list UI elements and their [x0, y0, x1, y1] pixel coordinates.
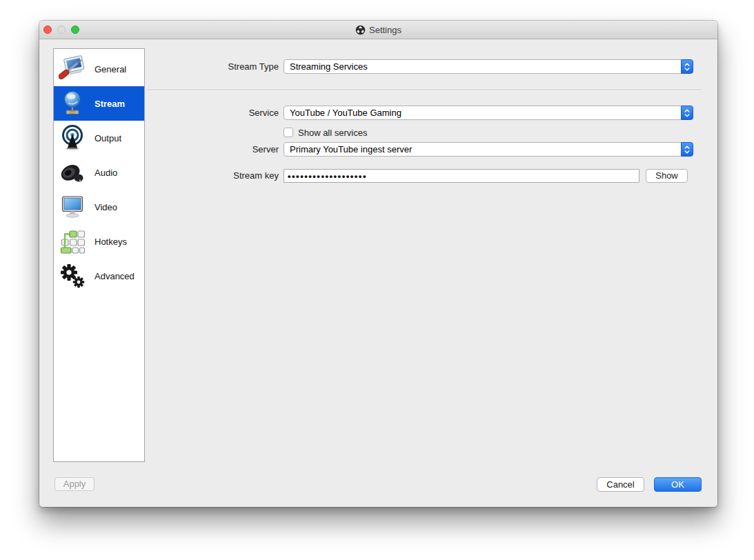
sidebar-item-label: Output [95, 133, 121, 143]
stream-key-input[interactable] [284, 169, 639, 183]
sidebar-item-label: Stream [95, 99, 125, 109]
window-title: Settings [369, 25, 401, 35]
service-value: YouTube / YouTube Gaming [290, 108, 401, 118]
show-all-services-label: Show all services [298, 128, 367, 138]
video-icon [59, 193, 86, 221]
stream-icon [59, 90, 86, 117]
dropdown-stepper-icon [681, 142, 693, 157]
server-dropdown[interactable]: Primary YouTube ingest server [284, 142, 693, 157]
sidebar-item-video[interactable]: Video [54, 190, 144, 224]
stream-type-value: Streaming Services [290, 61, 368, 72]
hotkeys-icon [59, 228, 86, 255]
section-divider [147, 90, 702, 91]
sidebar-item-advanced[interactable]: Advanced [54, 259, 144, 293]
sidebar-item-label: Audio [95, 168, 117, 178]
sidebar-item-label: Hotkeys [95, 237, 127, 247]
sidebar-item-hotkeys[interactable]: Hotkeys [54, 224, 144, 259]
general-icon [59, 55, 86, 83]
apply-button[interactable]: Apply [54, 477, 95, 491]
show-all-services-checkbox[interactable] [284, 128, 293, 137]
cancel-button[interactable]: Cancel [597, 477, 644, 492]
sidebar-item-audio[interactable]: Audio [54, 155, 144, 190]
sidebar-item-general[interactable]: General [54, 52, 144, 86]
dropdown-stepper-icon [681, 59, 693, 74]
sidebar-item-label: General [95, 64, 126, 74]
settings-window: Settings General [39, 21, 717, 507]
settings-content: General Stream [39, 39, 717, 507]
stream-type-dropdown[interactable]: Streaming Services [284, 59, 693, 74]
stream-type-label: Stream Type [148, 59, 279, 74]
sidebar-item-label: Advanced [95, 271, 135, 281]
dropdown-stepper-icon [681, 106, 693, 120]
service-label: Service [148, 106, 279, 120]
obs-logo-icon [355, 25, 366, 35]
show-key-button[interactable]: Show [646, 169, 688, 183]
server-label: Server [148, 142, 279, 157]
ok-button[interactable]: OK [654, 477, 702, 492]
window-title-area: Settings [39, 21, 717, 39]
settings-sidebar: General Stream [53, 48, 145, 462]
titlebar[interactable]: Settings [39, 21, 717, 39]
audio-icon [59, 159, 86, 186]
sidebar-item-label: Video [95, 202, 117, 212]
stream-key-label: Stream key [148, 169, 279, 183]
sidebar-item-output[interactable]: Output [54, 121, 144, 155]
server-value: Primary YouTube ingest server [290, 144, 412, 154]
service-dropdown[interactable]: YouTube / YouTube Gaming [284, 106, 693, 120]
advanced-icon [59, 262, 86, 290]
output-icon [59, 124, 86, 152]
sidebar-item-stream[interactable]: Stream [54, 86, 144, 121]
